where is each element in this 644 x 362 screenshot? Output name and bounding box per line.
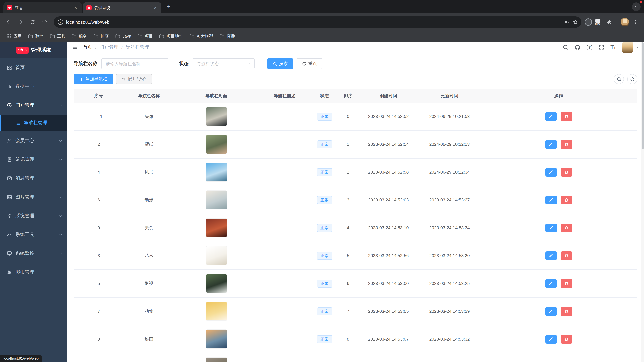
hide-search-button[interactable] [614,74,624,84]
extensions-button[interactable] [604,16,615,28]
add-nav-button[interactable]: 添加导航栏 [74,74,113,84]
status-select[interactable]: 导航栏状态 [192,58,254,69]
url-text[interactable]: localhost:81/web/web [66,19,561,25]
row-id: 6 [98,197,100,202]
browser-tab-admin[interactable]: 管理系统 [83,2,161,13]
folder-icon [72,33,77,39]
column-header: 创建时间 [358,89,419,103]
browser-menu-button[interactable] [630,16,641,28]
new-tab-button[interactable] [164,2,173,11]
browser-tab-hongshu[interactable]: 红薯 [3,2,82,13]
user-menu[interactable] [622,41,639,53]
bookmark-item[interactable]: 应用 [3,32,24,40]
fullscreen-icon[interactable] [598,44,604,50]
sidebar-subitem[interactable]: 导航栏管理 [0,115,67,131]
browser-profile-avatar[interactable] [620,18,629,26]
sidebar-item[interactable]: 系统工具 [0,225,67,244]
column-header: 导航栏名称 [124,89,174,103]
sidebar-item[interactable]: 图片管理 [0,188,67,206]
arrow-right-icon [18,19,24,25]
home-button[interactable] [39,16,50,28]
extension-icon[interactable] [585,18,592,26]
refresh-table-button[interactable] [627,74,637,84]
sidebar-item[interactable]: 门户管理 [0,96,67,115]
delete-button[interactable] [561,335,572,344]
delete-button[interactable] [561,223,572,232]
apps-grid-icon [6,33,12,39]
breadcrumb-home[interactable]: 首页 [83,44,92,50]
site-info-icon[interactable] [58,19,63,25]
delete-button[interactable] [561,251,572,260]
edit-button[interactable] [545,279,556,288]
delete-button[interactable] [561,279,572,288]
bookmark-item[interactable]: 工具 [47,32,68,40]
sidebar-item[interactable]: 系统管理 [0,206,67,225]
bookmark-item[interactable]: 直播 [216,32,238,40]
sidebar-item[interactable]: 数据中心 [0,77,67,96]
sidebar-item[interactable]: 会员中心 [0,131,67,150]
arrow-left-icon [5,19,12,25]
app-logo[interactable]: 小红书 管理系统 [0,41,67,58]
new-extension-icon[interactable]: NEW [593,19,603,25]
bookmark-item[interactable]: 服务 [69,32,90,40]
sidebar-item[interactable]: 爬虫管理 [0,263,67,282]
url-bar[interactable]: localhost:81/web/web [54,16,581,28]
sidebar-item[interactable]: 系统监控 [0,244,67,263]
delete-button[interactable] [561,196,572,204]
compass-icon [7,103,12,108]
tab-close-icon[interactable] [73,5,78,10]
bookmark-item[interactable]: 项目 [135,32,156,40]
bookmark-item[interactable]: 翻墙 [25,32,46,40]
cell-status: 正常 [310,214,338,242]
cell-sort: 1 [338,130,358,158]
user-avatar[interactable] [622,41,633,53]
row-id: 3 [98,253,100,258]
delete-button[interactable] [561,112,572,121]
edit-button[interactable] [545,196,556,204]
sidebar-item[interactable]: 首页 [0,58,67,77]
bookmark-item[interactable]: 博客 [90,32,112,40]
navbar-search-icon[interactable] [562,44,568,50]
reload-button[interactable] [27,16,38,28]
bookmark-item[interactable]: AI大模型 [187,32,216,40]
search-button[interactable]: 搜索 [267,58,293,69]
github-icon[interactable] [574,44,580,50]
bookmark-item[interactable]: Java [112,32,134,40]
edit-button[interactable] [545,251,556,260]
cell-created: 2023-03-24 14:52:54 [358,130,419,158]
cell [358,353,419,362]
edit-button[interactable] [545,112,556,121]
cell-status: 正常 [310,325,338,353]
tab-search-button[interactable] [632,2,641,11]
delete-button[interactable] [561,140,572,149]
tab-close-icon[interactable] [152,5,158,10]
edit-button[interactable] [545,223,556,232]
sidebar-toggle-icon[interactable] [72,44,78,50]
nav-name-input[interactable] [101,58,168,69]
bookmark-item[interactable]: 项目地址 [156,32,186,40]
edit-button[interactable] [545,140,556,149]
bookmark-star-icon[interactable] [572,19,578,25]
refresh-icon [302,61,306,66]
edit-button[interactable] [545,335,556,344]
edit-button[interactable] [545,307,556,316]
reset-button[interactable]: 重置 [296,58,322,69]
back-button[interactable] [3,16,14,28]
font-size-icon[interactable] [610,44,616,50]
delete-button[interactable] [561,307,572,316]
sidebar-item[interactable]: 消息管理 [0,169,67,188]
delete-button[interactable] [561,168,572,176]
page-scrollbar[interactable] [641,41,644,362]
nav-cover-image [206,358,226,362]
edit-button[interactable] [545,168,556,176]
expand-collapse-button[interactable]: 展开/折叠 [116,74,152,84]
edit-icon [549,226,553,230]
password-key-icon[interactable] [564,19,570,25]
sidebar-item[interactable]: 笔记管理 [0,150,67,169]
chevron-right-icon[interactable] [95,115,98,118]
forward-button[interactable] [15,16,26,28]
cell-sort: 6 [338,270,358,297]
help-icon[interactable] [587,44,592,50]
trash-icon [564,226,568,230]
scrollbar-thumb[interactable] [642,42,644,149]
